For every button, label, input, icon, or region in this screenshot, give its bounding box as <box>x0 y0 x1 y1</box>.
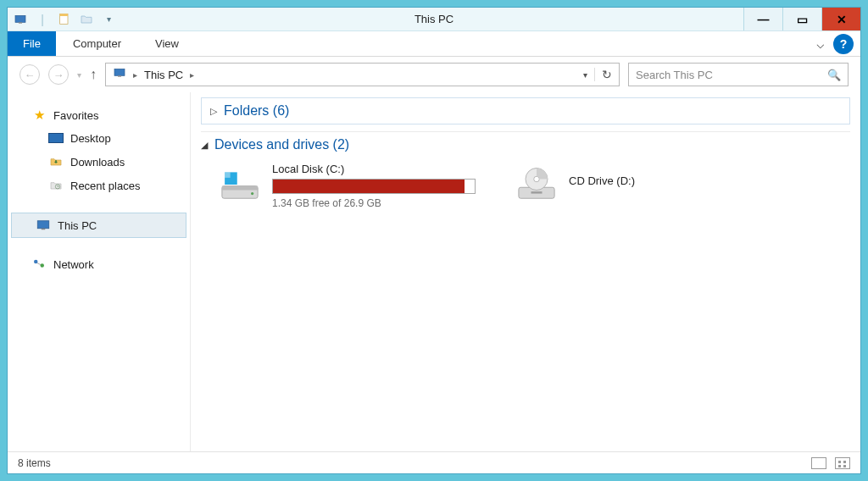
search-input[interactable]: Search This PC 🔍 <box>628 63 849 86</box>
forward-button[interactable]: → <box>48 64 69 85</box>
new-folder-icon[interactable] <box>79 12 94 27</box>
svg-point-19 <box>534 176 540 182</box>
quick-access-toolbar: | ▾ <box>8 12 116 27</box>
network-group: Network <box>8 253 190 275</box>
recent-places-icon <box>48 178 64 193</box>
ribbon: File Computer View ⌵ ? <box>8 31 860 57</box>
desktop-icon <box>48 130 64 146</box>
expand-icon[interactable]: ▷ <box>210 106 217 117</box>
explorer-window: | ▾ This PC — ▭ ✕ File Computer View <box>7 7 861 474</box>
section-title: Devices and drives (2) <box>214 137 349 152</box>
svg-rect-17 <box>531 191 542 193</box>
drive-name: CD Drive (D:) <box>569 174 777 187</box>
svg-point-10 <box>41 263 45 268</box>
sidebar-item-desktop[interactable]: Desktop <box>8 126 190 150</box>
tiles-view-icon[interactable] <box>835 457 850 469</box>
capacity-fill <box>273 180 465 193</box>
drive-name: Local Disk (C:) <box>272 163 481 175</box>
title-bar: | ▾ This PC — ▭ ✕ <box>8 8 860 31</box>
minimize-button[interactable]: — <box>743 8 782 30</box>
maximize-button[interactable]: ▭ <box>782 8 821 30</box>
help-icon[interactable]: ? <box>833 34 854 54</box>
search-placeholder: Search This PC <box>636 69 713 81</box>
sidebar-item-recent-places[interactable]: Recent places <box>8 174 190 197</box>
window-controls: — ▭ ✕ <box>743 8 860 30</box>
ribbon-collapse-icon[interactable]: ⌵ <box>810 31 832 56</box>
folders-section[interactable]: ▷ Folders (6) <box>201 97 850 124</box>
svg-rect-1 <box>19 22 22 23</box>
tab-computer[interactable]: Computer <box>56 31 138 56</box>
up-button[interactable]: ↑ <box>90 67 97 82</box>
qat-divider: | <box>35 12 50 27</box>
qat-dropdown-icon[interactable]: ▾ <box>101 12 116 27</box>
app-icon <box>13 12 28 27</box>
pc-icon <box>36 218 51 233</box>
file-tab[interactable]: File <box>8 31 56 56</box>
view-switcher <box>811 457 850 469</box>
svg-rect-12 <box>222 186 258 191</box>
collapse-icon[interactable]: ◢ <box>201 140 208 151</box>
properties-icon[interactable] <box>57 12 72 27</box>
svg-rect-7 <box>37 221 49 229</box>
search-icon[interactable]: 🔍 <box>827 69 841 81</box>
history-dropdown-icon[interactable]: ▾ <box>77 70 81 80</box>
network-icon <box>31 257 47 272</box>
refresh-icon[interactable]: ↻ <box>594 68 612 81</box>
item-count: 8 items <box>18 457 51 469</box>
favorites-group: ★ Favorites Desktop Downloads <box>8 104 190 197</box>
close-button[interactable]: ✕ <box>821 8 860 30</box>
drive-cd-d[interactable]: CD Drive (D:) <box>515 163 777 209</box>
breadcrumb-separator-icon[interactable]: ▸ <box>133 70 137 80</box>
thispc-group: This PC <box>8 213 190 238</box>
svg-rect-8 <box>42 229 46 230</box>
svg-point-13 <box>251 192 253 195</box>
svg-rect-15 <box>225 172 231 178</box>
sidebar-item-network[interactable]: Network <box>8 253 190 275</box>
sidebar-item-label: Downloads <box>70 156 125 169</box>
svg-rect-0 <box>15 15 25 22</box>
status-bar: 8 items <box>8 451 860 473</box>
breadcrumb-separator-icon[interactable]: ▸ <box>190 70 194 80</box>
content-pane: ▷ Folders (6) ◢ Devices and drives (2) <box>191 92 860 451</box>
cd-drive-icon <box>515 163 559 207</box>
back-button[interactable]: ← <box>19 64 40 85</box>
svg-rect-5 <box>118 75 121 76</box>
navigation-bar: ← → ▾ ↑ ▸ This PC ▸ ▾ ↻ Search This PC 🔍 <box>8 57 860 92</box>
drive-local-disk-c[interactable]: Local Disk (C:) 1.34 GB free of 26.9 GB <box>218 163 481 209</box>
drives-section: ◢ Devices and drives (2) <box>201 131 850 219</box>
tab-view[interactable]: View <box>138 31 196 56</box>
sidebar-item-label: Recent places <box>70 180 140 192</box>
drives-section-header[interactable]: ◢ Devices and drives (2) <box>201 137 850 152</box>
details-view-icon[interactable] <box>811 457 826 469</box>
star-icon: ★ <box>31 108 47 123</box>
sidebar-item-this-pc[interactable]: This PC <box>11 213 186 238</box>
hard-drive-icon <box>218 163 262 207</box>
section-title: Folders (6) <box>224 103 289 119</box>
sidebar-item-favorites[interactable]: ★ Favorites <box>8 104 190 126</box>
address-bar[interactable]: ▸ This PC ▸ ▾ ↻ <box>105 63 620 86</box>
drive-free-text: 1.34 GB free of 26.9 GB <box>272 197 481 209</box>
sidebar-item-label: Desktop <box>70 132 111 145</box>
sidebar-item-downloads[interactable]: Downloads <box>8 150 190 174</box>
breadcrumb-this-pc[interactable]: This PC <box>144 69 183 81</box>
navigation-pane: ★ Favorites Desktop Downloads <box>8 92 191 451</box>
body: ★ Favorites Desktop Downloads <box>8 92 860 451</box>
capacity-bar <box>272 179 476 194</box>
address-dropdown-icon[interactable]: ▾ <box>583 70 587 80</box>
svg-rect-3 <box>60 14 68 16</box>
window-title: This PC <box>8 13 860 25</box>
pc-breadcrumb-icon <box>113 66 126 83</box>
sidebar-item-label: Network <box>53 258 94 271</box>
sidebar-item-label: Favorites <box>53 109 98 122</box>
svg-rect-4 <box>114 69 125 75</box>
downloads-icon <box>48 154 64 169</box>
sidebar-item-label: This PC <box>58 219 97 232</box>
